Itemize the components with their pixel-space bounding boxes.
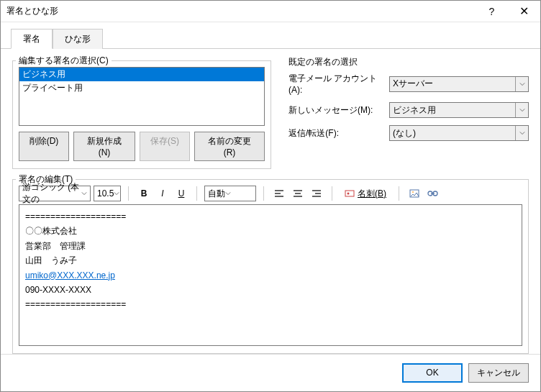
default-signature-legend: 既定の署名の選択 xyxy=(288,56,529,68)
signature-select-legend: 編集する署名の選択(C) xyxy=(16,55,112,67)
account-combo[interactable]: Xサーバー xyxy=(389,76,529,92)
delete-button[interactable]: 削除(D) xyxy=(19,132,69,161)
svg-point-1 xyxy=(347,193,350,195)
signature-edit-group: 署名の編集(T) 游ゴシック (本文の 10.5 B I U 自動 名刺(B) … xyxy=(12,179,529,354)
account-label: 電子メール アカウント(A): xyxy=(288,73,389,95)
newmsg-combo[interactable]: ビジネス用 xyxy=(389,102,529,118)
window-title: 署名とひな形 xyxy=(6,5,476,17)
newmsg-label: 新しいメッセージ(M): xyxy=(288,104,389,117)
chevron-down-icon xyxy=(81,188,87,199)
new-button[interactable]: 新規作成(N) xyxy=(73,132,135,161)
italic-button[interactable]: I xyxy=(155,186,171,201)
help-button[interactable]: ? xyxy=(476,1,508,22)
signature-editor[interactable]: ==================== 〇〇株式会社 営業部 管理課 山田 う… xyxy=(19,204,522,346)
link-icon[interactable] xyxy=(425,186,441,201)
chevron-down-icon xyxy=(515,103,528,117)
default-signature-group: 既定の署名の選択 電子メール アカウント(A): Xサーバー 新しいメッセージ(… xyxy=(286,56,529,169)
reply-combo[interactable]: (なし) xyxy=(389,125,529,141)
align-center-icon[interactable] xyxy=(290,186,306,201)
cancel-button[interactable]: キャンセル xyxy=(468,363,529,383)
chevron-down-icon xyxy=(225,188,231,199)
card-button[interactable]: 名刺(B) xyxy=(340,186,391,201)
close-button[interactable]: ✕ xyxy=(508,1,540,22)
save-button: 保存(S) xyxy=(140,132,190,161)
underline-button[interactable]: U xyxy=(173,186,189,201)
color-combo[interactable]: 自動 xyxy=(204,186,256,201)
rename-button[interactable]: 名前の変更(R) xyxy=(194,132,265,161)
dialog-footer: OK キャンセル xyxy=(1,354,540,391)
chevron-down-icon xyxy=(515,77,528,91)
editor-toolbar: 游ゴシック (本文の 10.5 B I U 自動 名刺(B) xyxy=(19,186,522,201)
font-combo[interactable]: 游ゴシック (本文の xyxy=(19,186,91,201)
svg-rect-0 xyxy=(345,191,354,196)
tab-signature[interactable]: 署名 xyxy=(11,29,53,49)
title-bar: 署名とひな形 ? ✕ xyxy=(1,1,540,22)
signature-select-group: 編集する署名の選択(C) ビジネス用 プライベート用 削除(D) 新規作成(N)… xyxy=(12,60,271,169)
reply-label: 返信/転送(F): xyxy=(288,127,389,140)
ok-button[interactable]: OK xyxy=(402,363,463,383)
picture-icon[interactable] xyxy=(406,186,422,201)
chevron-down-icon xyxy=(515,126,528,140)
signature-listbox[interactable]: ビジネス用 プライベート用 xyxy=(19,67,265,126)
size-combo[interactable]: 10.5 xyxy=(94,186,121,201)
list-item[interactable]: ビジネス用 xyxy=(19,68,264,81)
chevron-down-icon xyxy=(114,188,119,199)
list-item[interactable]: プライベート用 xyxy=(19,81,264,95)
email-link[interactable]: umiko@XXX.XXX.ne.jp xyxy=(25,270,115,281)
tab-stationery[interactable]: ひな形 xyxy=(53,29,103,49)
svg-point-3 xyxy=(412,191,414,193)
align-right-icon[interactable] xyxy=(309,186,324,201)
tab-bar: 署名 ひな形 xyxy=(1,22,540,49)
align-left-icon[interactable] xyxy=(271,186,287,201)
bold-button[interactable]: B xyxy=(136,186,152,201)
